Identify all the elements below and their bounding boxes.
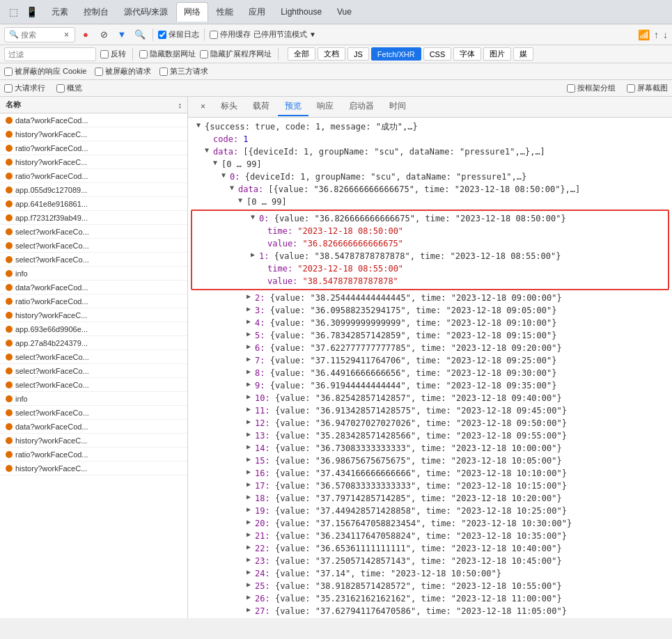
json-toggle[interactable]: ▶ bbox=[248, 250, 258, 260]
json-toggle[interactable]: ▼ bbox=[235, 196, 245, 205]
offline-dropdown-icon[interactable]: ▼ bbox=[309, 31, 316, 38]
tab-elements[interactable]: 元素 bbox=[45, 2, 75, 22]
json-toggle[interactable]: ▶ bbox=[244, 492, 253, 502]
search-input[interactable] bbox=[21, 31, 63, 39]
json-toggle[interactable]: ▼ bbox=[248, 212, 258, 222]
blocked-requests-checkbox[interactable]: 被屏蔽的请求 bbox=[95, 66, 151, 77]
disable-cache-checkbox[interactable]: 停用缓存 bbox=[210, 29, 251, 40]
network-item[interactable]: select?workFaceCo... bbox=[0, 239, 187, 253]
network-item[interactable]: ratio?workFaceCod... bbox=[0, 448, 187, 462]
tab-timing[interactable]: 时间 bbox=[382, 97, 413, 116]
network-item[interactable]: ratio?workFaceCod... bbox=[0, 169, 187, 183]
device-icon[interactable]: 📱 bbox=[24, 4, 39, 19]
network-item[interactable]: select?workFaceCo... bbox=[0, 225, 187, 239]
network-item[interactable]: select?workFaceCo... bbox=[0, 378, 187, 392]
filter-css-btn[interactable]: CSS bbox=[423, 47, 452, 61]
json-toggle[interactable]: ▼ bbox=[227, 183, 237, 193]
json-toggle[interactable]: ▶ bbox=[244, 467, 253, 477]
json-viewer[interactable]: ▼{success: true, code: 1, message: "成功",… bbox=[188, 118, 672, 618]
json-toggle[interactable]: ▶ bbox=[244, 505, 253, 514]
close-tab-btn[interactable]: × bbox=[194, 99, 212, 116]
network-item[interactable]: app.055d9c127089... bbox=[0, 183, 187, 197]
network-item[interactable]: data?workFaceCod... bbox=[0, 113, 187, 127]
json-toggle[interactable]: ▶ bbox=[244, 429, 253, 439]
json-toggle[interactable]: ▶ bbox=[244, 592, 253, 602]
json-toggle[interactable]: ▶ bbox=[244, 455, 253, 464]
clear-button[interactable]: ⊘ bbox=[96, 27, 111, 42]
network-item[interactable]: info bbox=[0, 392, 187, 406]
blocked-cookies-checkbox[interactable]: 被屏蔽的响应 Cookie bbox=[4, 66, 86, 77]
network-item[interactable]: history?workFaceC... bbox=[0, 127, 187, 141]
json-toggle[interactable]: ▶ bbox=[244, 304, 253, 314]
overview-checkbox[interactable]: 概览 bbox=[56, 83, 82, 93]
invert-checkbox[interactable]: 反转 bbox=[100, 49, 126, 59]
json-toggle[interactable]: ▼ bbox=[210, 158, 220, 168]
screenshot-checkbox[interactable]: 屏幕截图 bbox=[627, 83, 668, 93]
filter-box[interactable] bbox=[4, 47, 96, 61]
network-item[interactable]: history?workFaceC... bbox=[0, 155, 187, 169]
tab-application[interactable]: 应用 bbox=[242, 2, 272, 22]
inspect-icon[interactable]: ⬚ bbox=[6, 4, 21, 19]
filter-font-btn[interactable]: 字体 bbox=[453, 47, 481, 61]
tab-headers[interactable]: 标头 bbox=[214, 97, 244, 116]
json-toggle[interactable]: ▶ bbox=[244, 392, 253, 402]
network-item[interactable]: ratio?workFaceCod... bbox=[0, 141, 187, 155]
json-toggle[interactable]: ▶ bbox=[244, 342, 253, 352]
json-toggle[interactable]: ▼ bbox=[202, 145, 212, 155]
filter-js-btn[interactable]: JS bbox=[347, 47, 369, 61]
json-toggle[interactable]: ▶ bbox=[244, 417, 253, 427]
tab-payload[interactable]: 载荷 bbox=[246, 97, 276, 116]
tab-lighthouse[interactable]: Lighthouse bbox=[274, 2, 329, 22]
network-item[interactable]: select?workFaceCo... bbox=[0, 406, 187, 420]
hide-extension-urls-checkbox[interactable]: 隐藏扩展程序网址 bbox=[200, 49, 272, 59]
json-toggle[interactable]: ▶ bbox=[244, 367, 253, 377]
tab-response[interactable]: 响应 bbox=[310, 97, 341, 116]
filter-input[interactable] bbox=[8, 50, 92, 58]
filter-image-btn[interactable]: 图片 bbox=[483, 47, 511, 61]
offline-select[interactable]: 已停用节流模式 ▼ bbox=[253, 29, 316, 40]
json-toggle[interactable]: ▶ bbox=[244, 605, 253, 615]
filter-doc-btn[interactable]: 文档 bbox=[318, 47, 345, 61]
sort-icon[interactable]: ↕ bbox=[178, 101, 182, 109]
preserve-log-checkbox[interactable]: 保留日志 bbox=[158, 29, 199, 40]
network-item[interactable]: data?workFaceCod... bbox=[0, 281, 187, 294]
network-item[interactable]: select?workFaceCo... bbox=[0, 253, 187, 267]
tab-console[interactable]: 控制台 bbox=[77, 2, 116, 22]
network-item[interactable]: app.27a84b224379... bbox=[0, 336, 187, 350]
json-toggle[interactable]: ▶ bbox=[244, 567, 253, 577]
search-network-icon[interactable]: 🔍 bbox=[132, 27, 148, 42]
json-toggle[interactable]: ▶ bbox=[244, 354, 253, 364]
search-close-icon[interactable]: × bbox=[63, 29, 70, 41]
record-button[interactable]: ● bbox=[78, 27, 93, 42]
network-item[interactable]: history?workFaceC... bbox=[0, 462, 187, 475]
filter-all-btn[interactable]: 全部 bbox=[288, 47, 315, 61]
network-item[interactable]: info bbox=[0, 267, 187, 281]
json-toggle[interactable]: ▶ bbox=[244, 329, 253, 339]
json-toggle[interactable]: ▶ bbox=[244, 542, 253, 552]
json-toggle[interactable]: ▼ bbox=[194, 120, 203, 130]
filter-fetch-xhr-btn[interactable]: Fetch/XHR bbox=[371, 47, 421, 61]
search-box[interactable]: 🔍 × bbox=[4, 27, 75, 42]
network-item[interactable]: select?workFaceCo... bbox=[0, 350, 187, 364]
network-item[interactable]: ratio?workFaceCod... bbox=[0, 294, 187, 308]
network-item[interactable]: history?workFaceC... bbox=[0, 308, 187, 322]
json-toggle[interactable]: ▶ bbox=[244, 480, 253, 489]
json-toggle[interactable]: ▶ bbox=[244, 555, 253, 565]
tab-preview[interactable]: 预览 bbox=[278, 97, 308, 116]
json-toggle[interactable]: ▶ bbox=[244, 617, 253, 618]
tab-vue[interactable]: Vue bbox=[330, 2, 359, 22]
json-toggle[interactable]: ▶ bbox=[244, 517, 253, 527]
json-toggle[interactable]: ▶ bbox=[244, 404, 253, 414]
json-toggle[interactable]: ▼ bbox=[219, 171, 228, 180]
network-item[interactable]: app.693e66d9906e... bbox=[0, 322, 187, 336]
large-rows-checkbox[interactable]: 大请求行 bbox=[4, 83, 45, 93]
filter-media-btn[interactable]: 媒 bbox=[513, 47, 533, 61]
network-item[interactable]: history?workFaceC... bbox=[0, 434, 187, 448]
json-toggle[interactable]: ▶ bbox=[244, 292, 253, 301]
tab-network[interactable]: 网络 bbox=[176, 2, 208, 22]
network-item[interactable]: data?workFaceCod... bbox=[0, 420, 187, 434]
network-item[interactable]: app.641e8e916861... bbox=[0, 197, 187, 211]
hide-data-urls-checkbox[interactable]: 隐藏数据网址 bbox=[139, 49, 196, 59]
tab-sources[interactable]: 源代码/来源 bbox=[117, 2, 175, 22]
json-toggle[interactable]: ▶ bbox=[244, 442, 253, 452]
